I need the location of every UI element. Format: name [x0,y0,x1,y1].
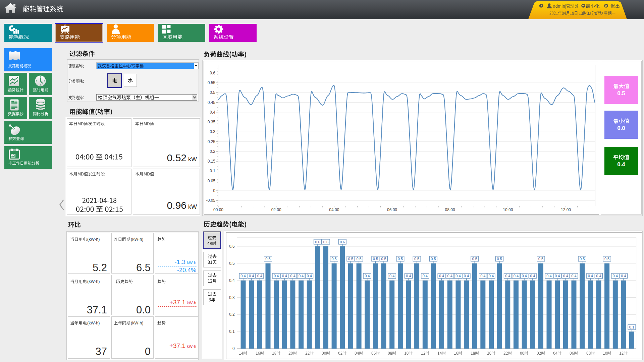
svg-text:0.5: 0.5 [414,257,419,261]
svg-text:(kW·h): (kW·h) [131,321,144,325]
svg-text:0.5: 0.5 [538,257,543,261]
svg-text:0.4: 0.4 [210,110,215,115]
svg-text:0: 0 [232,346,235,351]
svg-text:kW: kW [188,203,197,210]
svg-text:0.6: 0.6 [315,240,320,244]
svg-text:0.4: 0.4 [389,274,394,278]
svg-text:0.5: 0.5 [356,257,361,261]
svg-text:kW: kW [188,156,197,163]
svg-text:0.4: 0.4 [588,274,593,278]
svg-text:0.4: 0.4 [299,274,304,278]
svg-text:-0.05: -0.05 [206,198,216,203]
svg-text:0.4: 0.4 [439,274,444,278]
svg-text:0.4: 0.4 [617,161,625,168]
svg-text:0.4: 0.4 [480,274,485,278]
svg-text:0.4: 0.4 [274,274,279,278]
svg-text:0.5: 0.5 [604,257,609,261]
svg-text:(kW·h): (kW·h) [87,279,100,284]
svg-text:0.4: 0.4 [307,274,312,278]
svg-text:0.5: 0.5 [431,257,436,261]
svg-text:08:00: 08:00 [445,207,455,212]
svg-text:0.5: 0.5 [348,257,353,261]
svg-text:0: 0 [213,188,215,193]
svg-text:0.25: 0.25 [208,139,216,144]
svg-text:0.4: 0.4 [546,274,551,278]
svg-text:0.4: 0.4 [596,274,601,278]
svg-text:0.3: 0.3 [229,295,235,300]
svg-text:02:00: 02:00 [271,207,281,212]
svg-text:0.5: 0.5 [398,257,403,261]
svg-text:0.4: 0.4 [530,274,535,278]
svg-text:0.4: 0.4 [455,274,461,278]
svg-text:0.4: 0.4 [571,274,576,278]
svg-text:12:00: 12:00 [561,207,571,212]
svg-text:0.4: 0.4 [229,278,235,283]
svg-text:0.5: 0.5 [617,90,625,97]
svg-text:0.4: 0.4 [282,274,287,278]
svg-text:0.4: 0.4 [505,274,510,278]
svg-text:0.4: 0.4 [249,274,254,278]
svg-text:kW·h: kW·h [187,344,196,349]
svg-text:0.6: 0.6 [210,71,215,75]
svg-text:0.05: 0.05 [208,179,216,183]
svg-text:00:00: 00:00 [213,207,223,212]
svg-text:0.4: 0.4 [423,274,428,278]
svg-text:0.5: 0.5 [229,261,235,266]
svg-text:0.35: 0.35 [208,120,216,124]
svg-text:06:00: 06:00 [387,207,397,212]
svg-text:0.4: 0.4 [613,274,618,278]
svg-text:0.4: 0.4 [290,274,295,278]
svg-text:0.4: 0.4 [240,274,246,278]
svg-text:10:00: 10:00 [503,207,513,212]
svg-text:0.4: 0.4 [563,274,568,278]
svg-text:0.45: 0.45 [208,100,216,105]
svg-text:0.4: 0.4 [522,274,527,278]
svg-text:0.4: 0.4 [489,274,494,278]
svg-text:0.5: 0.5 [265,257,270,261]
svg-text:0.1: 0.1 [210,169,215,173]
svg-text:0.55: 0.55 [208,80,216,85]
svg-text:0.5: 0.5 [210,90,215,95]
svg-text:0.4: 0.4 [257,274,262,278]
svg-text:04:00: 04:00 [329,207,339,212]
svg-text:0.3: 0.3 [210,129,215,134]
svg-text:0.4: 0.4 [555,274,560,278]
svg-text:0.4: 0.4 [514,274,519,278]
svg-text:0.5: 0.5 [472,257,477,261]
svg-text:kW·h: kW·h [187,301,196,305]
svg-text:0.5: 0.5 [381,257,386,261]
svg-text:0.4: 0.4 [406,274,411,278]
svg-text:0.4: 0.4 [365,274,370,278]
svg-text:(kW·h): (kW·h) [131,237,144,242]
svg-text:0.6: 0.6 [229,244,235,249]
svg-text:0.4: 0.4 [464,274,469,278]
svg-text:0.1: 0.1 [629,325,634,329]
svg-text:0.5: 0.5 [580,257,585,261]
svg-text:0.6: 0.6 [323,240,328,244]
svg-text:0.2: 0.2 [229,312,235,317]
svg-text:-20.4%: -20.4% [177,267,196,274]
svg-text:0.1: 0.1 [229,329,235,334]
svg-text:0.4: 0.4 [621,274,626,278]
svg-text:0.6: 0.6 [340,240,345,244]
svg-text:0.5: 0.5 [331,257,336,261]
svg-text:0.4: 0.4 [447,274,452,278]
svg-text:0.0: 0.0 [617,125,625,131]
svg-text:0.5: 0.5 [373,257,378,261]
svg-text:0.2: 0.2 [210,149,215,154]
svg-text:0.15: 0.15 [208,159,216,164]
svg-text:0.5: 0.5 [497,257,502,261]
